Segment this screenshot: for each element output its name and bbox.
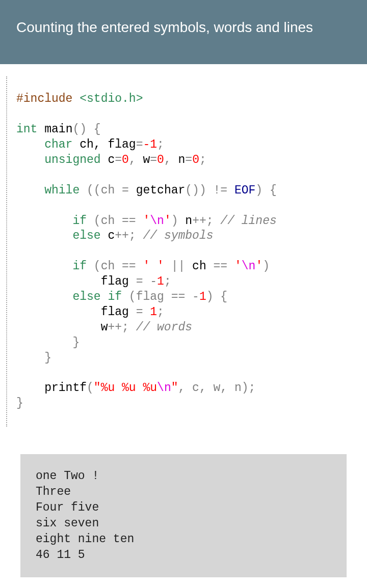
var-ch: ch [192, 260, 213, 273]
hdr-name: stdio.h [87, 92, 136, 105]
var-w: w [16, 321, 108, 334]
op-neg: - [150, 275, 157, 288]
op-eqeq: == [122, 260, 143, 273]
num-0: 0 [122, 153, 129, 166]
kw-int: int [16, 123, 37, 136]
elseif-open: (flag [122, 290, 171, 303]
esc-newline: \n [242, 260, 256, 273]
num-1: 1 [150, 305, 157, 319]
str-quote: " [94, 381, 101, 395]
kw-while: while [16, 184, 80, 197]
main-parens: () { [72, 123, 100, 136]
while-close: ) { [255, 184, 276, 197]
op-eq: = [136, 305, 150, 319]
num-0: 0 [157, 153, 164, 166]
cpp-include: #include [16, 92, 72, 105]
op-eq: = [150, 153, 157, 166]
op-semi: ; [199, 153, 206, 166]
op-pp: ++; [115, 229, 143, 242]
num-neg1: -1 [143, 138, 157, 151]
var-c: c [101, 153, 115, 166]
str-fmt: %u %u %u [101, 381, 157, 395]
op-neq: != [214, 184, 234, 197]
op-semi: ; [164, 275, 171, 288]
page-header: Counting the entered symbols, words and … [0, 0, 367, 64]
num-1: 1 [199, 290, 206, 303]
op-comma: , [129, 153, 143, 166]
hdr-open: < [72, 92, 87, 105]
comment-lines: // lines [220, 214, 276, 228]
fn-printf: printf [16, 381, 87, 395]
close-brace: } [16, 397, 23, 410]
op-neg: - [192, 290, 199, 303]
if-close: ) [171, 214, 186, 228]
vars-ch-flag: ch, flag [72, 138, 136, 151]
while-open: ((ch [80, 184, 122, 197]
char-space: ' ' [143, 260, 164, 273]
esc-newline: \n [157, 381, 171, 395]
char-quote: ' [143, 214, 150, 228]
op-comma: , [164, 153, 178, 166]
op-pp: ++; [192, 214, 220, 228]
printf-args: , c, w, n); [178, 381, 256, 395]
code-block: #include <stdio.h> int main() { char ch,… [6, 76, 367, 427]
elseif-close: ) { [206, 290, 227, 303]
var-flag: flag [16, 275, 136, 288]
op-semi: ; [157, 138, 164, 151]
num-0: 0 [192, 153, 199, 166]
output-line: Four five [36, 501, 99, 514]
getchar-call: ()) [185, 184, 213, 197]
op-eq: = [136, 138, 143, 151]
op-eq: = [122, 184, 136, 197]
printf-open: ( [87, 381, 94, 395]
output-line: one Two ! [36, 469, 99, 483]
char-quote: ' [255, 260, 263, 273]
const-eof: EOF [234, 184, 255, 197]
op-eqeq: == [122, 214, 143, 228]
close-brace: } [16, 351, 51, 365]
kw-if: if [16, 260, 87, 273]
output-line: eight nine ten [36, 533, 134, 546]
output-block: one Two ! Three Four five six seven eigh… [20, 454, 347, 577]
kw-else: else [16, 229, 101, 242]
if-close: ) [263, 260, 270, 273]
fn-main: main [37, 123, 72, 136]
var-n: n [185, 214, 192, 228]
comment-words: // words [136, 321, 192, 334]
char-quote: ' [234, 260, 242, 273]
var-flag: flag [16, 305, 136, 319]
op-eq: = [115, 153, 122, 166]
op-pp: ++; [108, 321, 136, 334]
if-open: (ch [87, 214, 122, 228]
comment-symbols: // symbols [143, 229, 213, 242]
kw-else-if: else if [16, 290, 122, 303]
op-eqeq: == [171, 290, 192, 303]
op-or: || [164, 260, 192, 273]
var-w: w [143, 153, 150, 166]
page-title: Counting the entered symbols, words and … [16, 19, 313, 35]
str-quote: " [171, 381, 178, 395]
output-line: Three [36, 485, 71, 498]
kw-char: char [16, 138, 72, 151]
op-eq: = [136, 275, 150, 288]
esc-newline: \n [150, 214, 164, 228]
op-semi: ; [157, 305, 164, 319]
close-brace: } [16, 336, 80, 349]
hdr-close: > [136, 92, 143, 105]
fn-getchar: getchar [136, 184, 186, 197]
output-line: 46 11 5 [36, 548, 85, 562]
op-eq: = [185, 153, 192, 166]
kw-if: if [16, 214, 87, 228]
output-line: six seven [36, 517, 99, 530]
op-eqeq: == [214, 260, 234, 273]
char-quote: ' [164, 214, 171, 228]
var-n: n [178, 153, 186, 166]
num-1: 1 [157, 275, 164, 288]
kw-unsigned: unsigned [16, 153, 101, 166]
var-c: c [101, 229, 115, 242]
if-open: (ch [87, 260, 122, 273]
